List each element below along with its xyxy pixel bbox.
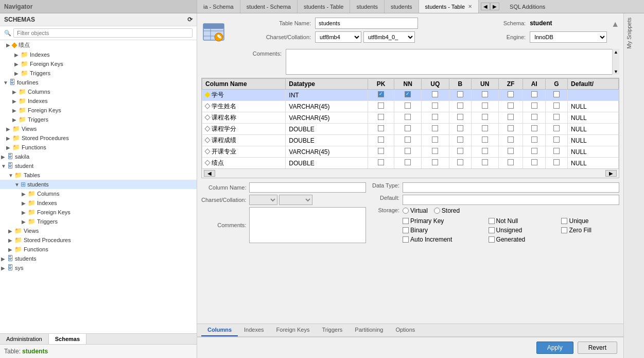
table-row[interactable]: 学生姓名 VARCHAR(45) [202, 101, 619, 112]
tab-next-button[interactable]: ▶ [490, 3, 499, 10]
table-row[interactable]: 学号 INT [202, 90, 619, 101]
tab-triggers[interactable]: Triggers [316, 324, 349, 336]
tab-schemas[interactable]: Schemas [49, 334, 86, 344]
tree-item-functions-student[interactable]: ▶ 📁 Functions [0, 245, 197, 254]
data-type-input[interactable] [403, 182, 619, 193]
charset-select[interactable]: utf8mb4 [315, 31, 361, 43]
unique-check[interactable]: Unique [561, 217, 619, 225]
comments-textarea[interactable] [286, 49, 619, 75]
tree-item-sys[interactable]: ▶ 🗄 sys [0, 263, 197, 272]
tree-item-fk-students[interactable]: ▶ 📁 Foreign Keys [0, 208, 197, 217]
uq-checkbox[interactable] [432, 103, 438, 109]
tab-partitioning[interactable]: Partitioning [349, 324, 389, 336]
check-unsigned[interactable] [489, 227, 495, 233]
nn-checkbox[interactable] [405, 103, 411, 109]
collation-select[interactable]: utf8mb4_0_ [363, 31, 415, 43]
tree-item-views-student[interactable]: ▶ 📁 Views [0, 226, 197, 235]
col-name-input[interactable] [249, 182, 366, 193]
engine-select[interactable]: InnoDB [530, 31, 607, 43]
table-name-input[interactable] [315, 18, 418, 29]
zerofill-check[interactable]: Zero Fill [561, 227, 619, 234]
filter-input[interactable] [13, 28, 193, 38]
generated-check[interactable]: Generated [489, 236, 553, 243]
tree-item-columns-students[interactable]: ▶ 📁 Columns [0, 189, 197, 198]
pk-checkbox[interactable] [378, 91, 384, 97]
grid-scroll-left[interactable]: ◀ [204, 170, 215, 177]
schemas-expand-icon[interactable]: ⟳ [187, 16, 193, 23]
binary-check[interactable]: Binary [403, 227, 480, 234]
nn-checkbox[interactable] [405, 91, 411, 97]
col-collation-select[interactable] [279, 195, 312, 205]
tree-item-triggers-fourlines[interactable]: ▶ 📁 Triggers [0, 115, 197, 124]
check-uq[interactable] [561, 218, 567, 224]
col-comments-input[interactable] [249, 207, 366, 243]
tree-item-views-fourlines[interactable]: ▶ 📁 Views [0, 124, 197, 133]
revert-button[interactable]: Revert [578, 342, 617, 354]
tree-item-indexes-jidian[interactable]: ▶ 📁 Indexes [0, 50, 197, 59]
ai-checkbox[interactable] [531, 91, 537, 97]
tab-students-1[interactable]: students [350, 0, 385, 13]
check-nn[interactable] [489, 218, 495, 224]
check-g[interactable] [489, 236, 495, 243]
tree-item-indexes-fourlines[interactable]: ▶ 📁 Indexes [0, 96, 197, 106]
table-row[interactable]: 课程学分 DOUBLE [202, 124, 619, 135]
storage-virtual-radio[interactable]: Virtual [403, 207, 428, 214]
check-binary[interactable] [403, 227, 409, 233]
un-checkbox[interactable] [482, 103, 488, 109]
tab-students-table-1[interactable]: students - Table [298, 0, 350, 13]
tab-student-schema[interactable]: student - Schema [240, 0, 298, 13]
tab-ia-schema[interactable]: ia - Schema [197, 0, 240, 13]
tab-columns[interactable]: Columns [201, 324, 238, 336]
collapse-button[interactable]: ▲ [611, 20, 619, 28]
tab-foreign-keys[interactable]: Foreign Keys [270, 324, 316, 336]
scroll-down-arrow[interactable]: ▼ [613, 69, 619, 75]
uq-checkbox[interactable] [432, 91, 438, 97]
close-tab-icon[interactable]: ✕ [468, 4, 472, 9]
default-input[interactable] [403, 195, 619, 205]
ai-checkbox[interactable] [531, 103, 537, 109]
g-checkbox[interactable] [553, 103, 560, 109]
tree-item-foreignkeys-jidian[interactable]: ▶ 📁 Foreign Keys [0, 59, 197, 69]
tree-item-storedprocs-fourlines[interactable]: ▶ 📁 Stored Procedures [0, 133, 197, 143]
storage-stored-radio[interactable]: Stored [434, 207, 460, 214]
tree-item-students-table[interactable]: ▼ ⊞ students [0, 180, 197, 189]
tab-prev-button[interactable]: ◀ [481, 3, 490, 10]
table-row[interactable]: 课程名称 VARCHAR(45) [202, 112, 619, 124]
check-ai[interactable] [403, 236, 409, 243]
tree-item-jidian[interactable]: ▶ 绩点 [0, 40, 197, 50]
tab-indexes[interactable]: Indexes [238, 324, 270, 336]
tree-item-indexes-students[interactable]: ▶ 📁 Indexes [0, 198, 197, 208]
check-pk[interactable] [403, 218, 409, 224]
b-checkbox[interactable] [457, 91, 463, 97]
un-checkbox[interactable] [482, 91, 488, 97]
tree-item-fourlines[interactable]: ▼ 🗄 fourlines [0, 78, 197, 87]
table-row[interactable]: 课程成绩 DOUBLE [202, 135, 619, 146]
table-row[interactable]: 开课专业 VARCHAR(45) [202, 146, 619, 158]
tree-item-sakila[interactable]: ▶ 🗄 sakila [0, 152, 197, 161]
g-checkbox[interactable] [553, 91, 560, 97]
tree-item-fk-fourlines[interactable]: ▶ 📁 Foreign Keys [0, 106, 197, 115]
tree-item-student[interactable]: ▼ 🗄 student [0, 161, 197, 171]
tree-item-columns-fourlines[interactable]: ▶ 📁 Columns [0, 87, 197, 96]
tab-students-table-active[interactable]: students - Table ✕ [419, 0, 479, 13]
tree-item-functions-fourlines[interactable]: ▶ 📁 Functions [0, 143, 197, 152]
col-charset-select[interactable] [249, 195, 277, 205]
pk-checkbox[interactable] [378, 103, 384, 109]
unsigned-check[interactable]: Unsigned [489, 227, 553, 234]
tree-item-triggers-jidian[interactable]: ▶ 📁 Triggers [0, 69, 197, 78]
tree-item-triggers-students[interactable]: ▶ 📁 Triggers [0, 217, 197, 226]
tab-students-2[interactable]: students [385, 0, 419, 13]
not-null-check[interactable]: Not Null [489, 217, 553, 225]
b-checkbox[interactable] [457, 103, 463, 109]
tab-administration[interactable]: Administration [0, 334, 49, 344]
autoincrement-check[interactable]: Auto Increment [403, 236, 480, 243]
zf-checkbox[interactable] [508, 103, 514, 109]
tree-item-storedprocs-student[interactable]: ▶ 📁 Stored Procedures [0, 235, 197, 245]
radio-stored[interactable] [434, 208, 440, 214]
primary-key-check[interactable]: Primary Key [403, 217, 480, 225]
tree-item-students-db[interactable]: ▶ 🗄 students [0, 254, 197, 263]
tree-item-tables-student[interactable]: ▼ 📁 Tables [0, 171, 197, 180]
grid-scroll-right[interactable]: ▶ [605, 170, 617, 177]
table-row[interactable]: 绩点 DOUBLE NU [202, 158, 619, 169]
tab-options[interactable]: Options [389, 324, 421, 336]
